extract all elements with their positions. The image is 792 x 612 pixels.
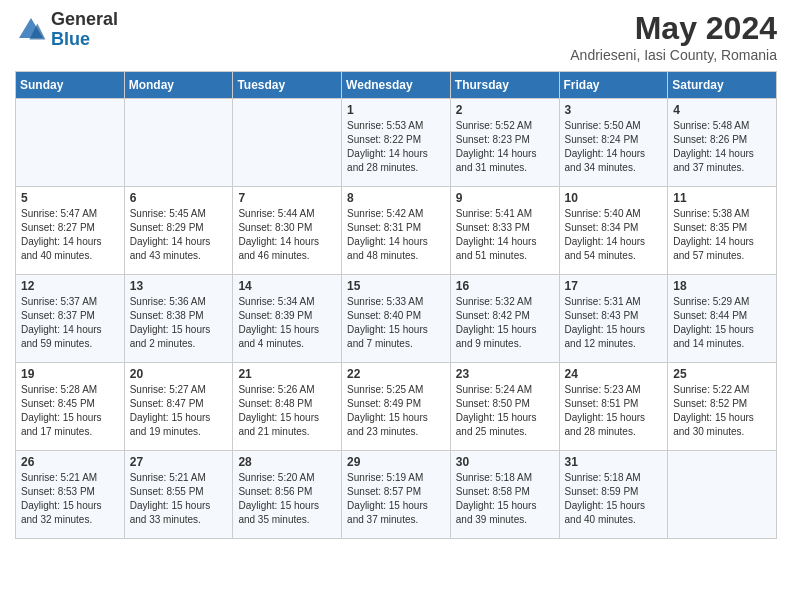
header-row: SundayMondayTuesdayWednesdayThursdayFrid… xyxy=(16,72,777,99)
calendar-cell: 30Sunrise: 5:18 AM Sunset: 8:58 PM Dayli… xyxy=(450,451,559,539)
day-number: 28 xyxy=(238,455,336,469)
location: Andrieseni, Iasi County, Romania xyxy=(570,47,777,63)
calendar-cell: 27Sunrise: 5:21 AM Sunset: 8:55 PM Dayli… xyxy=(124,451,233,539)
calendar-cell: 15Sunrise: 5:33 AM Sunset: 8:40 PM Dayli… xyxy=(342,275,451,363)
calendar-cell: 26Sunrise: 5:21 AM Sunset: 8:53 PM Dayli… xyxy=(16,451,125,539)
day-info: Sunrise: 5:33 AM Sunset: 8:40 PM Dayligh… xyxy=(347,295,445,351)
day-header-thursday: Thursday xyxy=(450,72,559,99)
day-header-tuesday: Tuesday xyxy=(233,72,342,99)
day-number: 2 xyxy=(456,103,554,117)
calendar-week-5: 26Sunrise: 5:21 AM Sunset: 8:53 PM Dayli… xyxy=(16,451,777,539)
day-header-sunday: Sunday xyxy=(16,72,125,99)
day-number: 10 xyxy=(565,191,663,205)
day-number: 22 xyxy=(347,367,445,381)
day-number: 13 xyxy=(130,279,228,293)
calendar-cell: 21Sunrise: 5:26 AM Sunset: 8:48 PM Dayli… xyxy=(233,363,342,451)
day-info: Sunrise: 5:53 AM Sunset: 8:22 PM Dayligh… xyxy=(347,119,445,175)
day-number: 6 xyxy=(130,191,228,205)
calendar-week-4: 19Sunrise: 5:28 AM Sunset: 8:45 PM Dayli… xyxy=(16,363,777,451)
day-info: Sunrise: 5:21 AM Sunset: 8:53 PM Dayligh… xyxy=(21,471,119,527)
day-info: Sunrise: 5:37 AM Sunset: 8:37 PM Dayligh… xyxy=(21,295,119,351)
day-info: Sunrise: 5:18 AM Sunset: 8:59 PM Dayligh… xyxy=(565,471,663,527)
day-number: 7 xyxy=(238,191,336,205)
calendar-cell: 14Sunrise: 5:34 AM Sunset: 8:39 PM Dayli… xyxy=(233,275,342,363)
calendar-cell xyxy=(233,99,342,187)
calendar-cell: 17Sunrise: 5:31 AM Sunset: 8:43 PM Dayli… xyxy=(559,275,668,363)
day-info: Sunrise: 5:18 AM Sunset: 8:58 PM Dayligh… xyxy=(456,471,554,527)
day-info: Sunrise: 5:31 AM Sunset: 8:43 PM Dayligh… xyxy=(565,295,663,351)
day-number: 4 xyxy=(673,103,771,117)
calendar-cell: 11Sunrise: 5:38 AM Sunset: 8:35 PM Dayli… xyxy=(668,187,777,275)
day-header-saturday: Saturday xyxy=(668,72,777,99)
day-number: 9 xyxy=(456,191,554,205)
calendar-week-2: 5Sunrise: 5:47 AM Sunset: 8:27 PM Daylig… xyxy=(16,187,777,275)
day-info: Sunrise: 5:42 AM Sunset: 8:31 PM Dayligh… xyxy=(347,207,445,263)
calendar-table: SundayMondayTuesdayWednesdayThursdayFrid… xyxy=(15,71,777,539)
day-header-friday: Friday xyxy=(559,72,668,99)
calendar-week-3: 12Sunrise: 5:37 AM Sunset: 8:37 PM Dayli… xyxy=(16,275,777,363)
day-info: Sunrise: 5:27 AM Sunset: 8:47 PM Dayligh… xyxy=(130,383,228,439)
day-header-wednesday: Wednesday xyxy=(342,72,451,99)
calendar-cell: 8Sunrise: 5:42 AM Sunset: 8:31 PM Daylig… xyxy=(342,187,451,275)
calendar-cell: 10Sunrise: 5:40 AM Sunset: 8:34 PM Dayli… xyxy=(559,187,668,275)
logo-general: General xyxy=(51,10,118,30)
calendar-cell: 31Sunrise: 5:18 AM Sunset: 8:59 PM Dayli… xyxy=(559,451,668,539)
logo-blue: Blue xyxy=(51,30,118,50)
title-block: May 2024 Andrieseni, Iasi County, Romani… xyxy=(570,10,777,63)
day-number: 17 xyxy=(565,279,663,293)
calendar-cell: 22Sunrise: 5:25 AM Sunset: 8:49 PM Dayli… xyxy=(342,363,451,451)
day-info: Sunrise: 5:36 AM Sunset: 8:38 PM Dayligh… xyxy=(130,295,228,351)
day-info: Sunrise: 5:20 AM Sunset: 8:56 PM Dayligh… xyxy=(238,471,336,527)
day-info: Sunrise: 5:41 AM Sunset: 8:33 PM Dayligh… xyxy=(456,207,554,263)
day-info: Sunrise: 5:52 AM Sunset: 8:23 PM Dayligh… xyxy=(456,119,554,175)
day-info: Sunrise: 5:38 AM Sunset: 8:35 PM Dayligh… xyxy=(673,207,771,263)
logo-icon xyxy=(15,14,47,46)
day-info: Sunrise: 5:48 AM Sunset: 8:26 PM Dayligh… xyxy=(673,119,771,175)
day-number: 3 xyxy=(565,103,663,117)
day-number: 21 xyxy=(238,367,336,381)
day-info: Sunrise: 5:25 AM Sunset: 8:49 PM Dayligh… xyxy=(347,383,445,439)
day-number: 27 xyxy=(130,455,228,469)
calendar-cell: 4Sunrise: 5:48 AM Sunset: 8:26 PM Daylig… xyxy=(668,99,777,187)
calendar-cell: 28Sunrise: 5:20 AM Sunset: 8:56 PM Dayli… xyxy=(233,451,342,539)
day-info: Sunrise: 5:26 AM Sunset: 8:48 PM Dayligh… xyxy=(238,383,336,439)
day-number: 12 xyxy=(21,279,119,293)
day-info: Sunrise: 5:47 AM Sunset: 8:27 PM Dayligh… xyxy=(21,207,119,263)
day-info: Sunrise: 5:50 AM Sunset: 8:24 PM Dayligh… xyxy=(565,119,663,175)
calendar-cell: 25Sunrise: 5:22 AM Sunset: 8:52 PM Dayli… xyxy=(668,363,777,451)
calendar-cell: 29Sunrise: 5:19 AM Sunset: 8:57 PM Dayli… xyxy=(342,451,451,539)
day-number: 16 xyxy=(456,279,554,293)
day-number: 8 xyxy=(347,191,445,205)
day-info: Sunrise: 5:23 AM Sunset: 8:51 PM Dayligh… xyxy=(565,383,663,439)
day-number: 29 xyxy=(347,455,445,469)
calendar-cell: 12Sunrise: 5:37 AM Sunset: 8:37 PM Dayli… xyxy=(16,275,125,363)
logo-text: General Blue xyxy=(51,10,118,50)
day-number: 1 xyxy=(347,103,445,117)
calendar-week-1: 1Sunrise: 5:53 AM Sunset: 8:22 PM Daylig… xyxy=(16,99,777,187)
day-number: 24 xyxy=(565,367,663,381)
day-number: 26 xyxy=(21,455,119,469)
day-info: Sunrise: 5:32 AM Sunset: 8:42 PM Dayligh… xyxy=(456,295,554,351)
calendar-cell: 6Sunrise: 5:45 AM Sunset: 8:29 PM Daylig… xyxy=(124,187,233,275)
calendar-cell: 1Sunrise: 5:53 AM Sunset: 8:22 PM Daylig… xyxy=(342,99,451,187)
calendar-cell xyxy=(124,99,233,187)
day-header-monday: Monday xyxy=(124,72,233,99)
day-number: 31 xyxy=(565,455,663,469)
day-number: 11 xyxy=(673,191,771,205)
day-info: Sunrise: 5:24 AM Sunset: 8:50 PM Dayligh… xyxy=(456,383,554,439)
day-info: Sunrise: 5:45 AM Sunset: 8:29 PM Dayligh… xyxy=(130,207,228,263)
calendar-cell: 5Sunrise: 5:47 AM Sunset: 8:27 PM Daylig… xyxy=(16,187,125,275)
logo: General Blue xyxy=(15,10,118,50)
day-info: Sunrise: 5:21 AM Sunset: 8:55 PM Dayligh… xyxy=(130,471,228,527)
calendar-cell: 7Sunrise: 5:44 AM Sunset: 8:30 PM Daylig… xyxy=(233,187,342,275)
day-info: Sunrise: 5:34 AM Sunset: 8:39 PM Dayligh… xyxy=(238,295,336,351)
calendar-cell: 19Sunrise: 5:28 AM Sunset: 8:45 PM Dayli… xyxy=(16,363,125,451)
page-header: General Blue May 2024 Andrieseni, Iasi C… xyxy=(15,10,777,63)
calendar-cell: 2Sunrise: 5:52 AM Sunset: 8:23 PM Daylig… xyxy=(450,99,559,187)
calendar-cell: 9Sunrise: 5:41 AM Sunset: 8:33 PM Daylig… xyxy=(450,187,559,275)
calendar-cell: 3Sunrise: 5:50 AM Sunset: 8:24 PM Daylig… xyxy=(559,99,668,187)
day-info: Sunrise: 5:44 AM Sunset: 8:30 PM Dayligh… xyxy=(238,207,336,263)
day-number: 15 xyxy=(347,279,445,293)
day-number: 20 xyxy=(130,367,228,381)
day-info: Sunrise: 5:40 AM Sunset: 8:34 PM Dayligh… xyxy=(565,207,663,263)
